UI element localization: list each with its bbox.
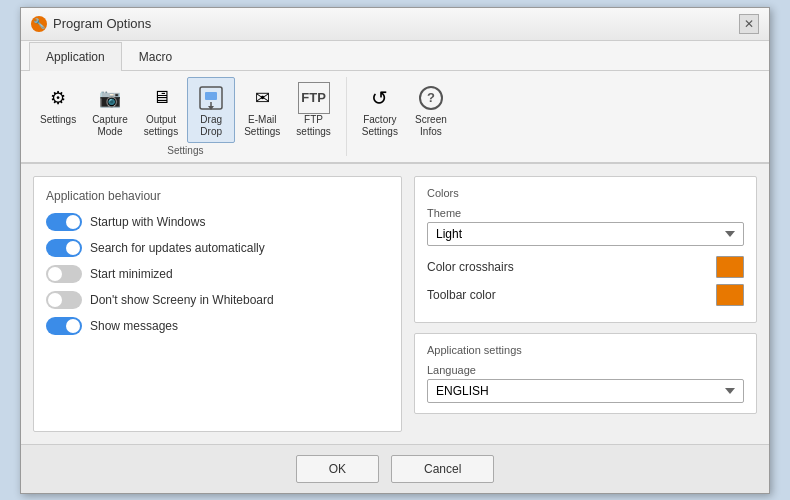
toolbar-items-2: ↺ FactorySettings ? ScreenInfos xyxy=(355,77,455,143)
tab-application[interactable]: Application xyxy=(29,42,122,71)
ftp-settings-icon: FTP xyxy=(298,82,330,114)
left-panel: Application behaviour Startup with Windo… xyxy=(33,176,402,432)
toolbar-email-settings[interactable]: ✉ E-MailSettings xyxy=(237,77,287,143)
capture-mode-label: CaptureMode xyxy=(92,114,128,138)
email-settings-icon: ✉ xyxy=(246,82,278,114)
output-settings-label: Outputsettings xyxy=(144,114,178,138)
settings-icon: ⚙ xyxy=(42,82,74,114)
email-settings-label: E-MailSettings xyxy=(244,114,280,138)
toolbar-items-settings: ⚙ Settings 📷 CaptureMode 🖥 Outputsetting… xyxy=(33,77,338,143)
toggle-search-updates-knob xyxy=(66,241,80,255)
language-label: Language xyxy=(427,364,744,376)
right-panel: Colors Theme Light Dark System Color cro… xyxy=(414,176,757,432)
toggle-start-minimized-knob xyxy=(48,267,62,281)
app-settings-title: Application settings xyxy=(427,344,744,356)
colors-section-title: Colors xyxy=(427,187,744,199)
output-settings-icon: 🖥 xyxy=(145,82,177,114)
tab-bar: Application Macro xyxy=(21,41,769,71)
crosshairs-color-label: Color crosshairs xyxy=(427,260,514,274)
settings-group-label: Settings xyxy=(167,145,203,156)
toolbar-output-settings[interactable]: 🖥 Outputsettings xyxy=(137,77,185,143)
content-area: Application behaviour Startup with Windo… xyxy=(21,164,769,444)
toggle-start-minimized: Start minimized xyxy=(46,265,389,283)
crosshairs-color-swatch[interactable] xyxy=(716,256,744,278)
toggle-start-minimized-switch[interactable] xyxy=(46,265,82,283)
toolbar-group-2: ↺ FactorySettings ? ScreenInfos xyxy=(355,77,463,143)
footer: OK Cancel xyxy=(21,444,769,493)
window-title: Program Options xyxy=(53,16,151,31)
screen-infos-icon: ? xyxy=(415,82,447,114)
svg-rect-1 xyxy=(205,92,217,100)
toolbar: ⚙ Settings 📷 CaptureMode 🖥 Outputsetting… xyxy=(21,71,769,164)
toolbar-group-settings: ⚙ Settings 📷 CaptureMode 🖥 Outputsetting… xyxy=(33,77,347,156)
toolbar-capture-mode[interactable]: 📷 CaptureMode xyxy=(85,77,135,143)
toolbar-screen-infos[interactable]: ? ScreenInfos xyxy=(407,77,455,143)
app-settings-section: Application settings Language ENGLISH GE… xyxy=(414,333,757,414)
toggle-show-messages-switch[interactable] xyxy=(46,317,82,335)
crosshairs-color-row: Color crosshairs xyxy=(427,256,744,278)
screen-infos-label: ScreenInfos xyxy=(415,114,447,138)
close-button[interactable]: ✕ xyxy=(739,14,759,34)
toggle-dont-show-knob xyxy=(48,293,62,307)
toggle-startup-knob xyxy=(66,215,80,229)
program-options-window: 🔧 Program Options ✕ Application Macro ⚙ … xyxy=(20,7,770,494)
ok-button[interactable]: OK xyxy=(296,455,379,483)
toolbar-color-row: Toolbar color xyxy=(427,284,744,306)
behaviour-title: Application behaviour xyxy=(46,189,389,203)
language-dropdown[interactable]: ENGLISH GERMAN FRENCH SPANISH xyxy=(427,379,744,403)
toggle-search-updates-switch[interactable] xyxy=(46,239,82,257)
toggle-startup-label: Startup with Windows xyxy=(90,215,205,229)
title-bar: 🔧 Program Options ✕ xyxy=(21,8,769,41)
title-bar-left: 🔧 Program Options xyxy=(31,16,151,32)
factory-settings-label: FactorySettings xyxy=(362,114,398,138)
tab-macro[interactable]: Macro xyxy=(122,42,189,71)
drag-drop-label: DragDrop xyxy=(200,114,222,138)
capture-mode-icon: 📷 xyxy=(94,82,126,114)
toggle-show-messages-knob xyxy=(66,319,80,333)
toolbar-drag-drop[interactable]: DragDrop xyxy=(187,77,235,143)
toggle-search-updates: Search for updates automatically xyxy=(46,239,389,257)
ftp-settings-label: FTPsettings xyxy=(296,114,330,138)
theme-dropdown[interactable]: Light Dark System xyxy=(427,222,744,246)
toggle-start-minimized-label: Start minimized xyxy=(90,267,173,281)
window-icon: 🔧 xyxy=(31,16,47,32)
settings-label: Settings xyxy=(40,114,76,126)
toolbar-settings[interactable]: ⚙ Settings xyxy=(33,77,83,143)
toggle-dont-show-switch[interactable] xyxy=(46,291,82,309)
toolbar-factory-settings[interactable]: ↺ FactorySettings xyxy=(355,77,405,143)
toggle-dont-show-label: Don't show Screeny in Whiteboard xyxy=(90,293,274,307)
toggle-show-messages-label: Show messages xyxy=(90,319,178,333)
toggle-startup: Startup with Windows xyxy=(46,213,389,231)
colors-section: Colors Theme Light Dark System Color cro… xyxy=(414,176,757,323)
toolbar-color-label: Toolbar color xyxy=(427,288,496,302)
toggle-search-updates-label: Search for updates automatically xyxy=(90,241,265,255)
toggle-startup-switch[interactable] xyxy=(46,213,82,231)
toggle-dont-show: Don't show Screeny in Whiteboard xyxy=(46,291,389,309)
cancel-button[interactable]: Cancel xyxy=(391,455,494,483)
toolbar-ftp-settings[interactable]: FTP FTPsettings xyxy=(289,77,337,143)
theme-label: Theme xyxy=(427,207,744,219)
factory-settings-icon: ↺ xyxy=(364,82,396,114)
toggle-show-messages: Show messages xyxy=(46,317,389,335)
toolbar-color-swatch[interactable] xyxy=(716,284,744,306)
drag-drop-icon xyxy=(195,82,227,114)
